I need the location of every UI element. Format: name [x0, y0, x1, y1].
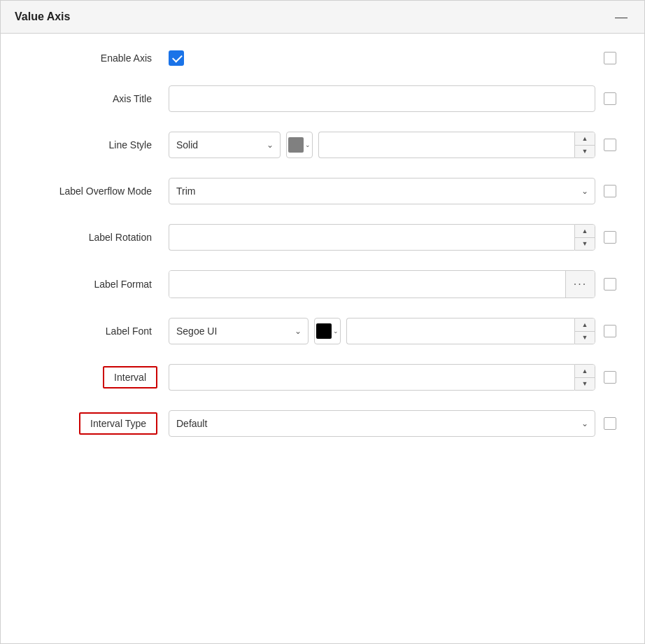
enable-axis-row: Enable Axis [29, 50, 616, 66]
interval-type-row: Interval Type Default Number Auto ⌄ [29, 410, 616, 437]
label-overflow-row: Label Overflow Mode Trim None Wrap ⌄ [29, 178, 616, 204]
label-font-select[interactable]: Segoe UI Arial Times New Roman Calibri [169, 318, 309, 344]
axis-title-input[interactable] [169, 85, 595, 112]
interval-label-container: Interval [29, 366, 169, 388]
axis-title-row-checkbox[interactable] [604, 92, 616, 105]
label-font-select-wrap: Segoe UI Arial Times New Roman Calibri ⌄ [169, 318, 309, 344]
interval-label: Interval [103, 366, 157, 388]
line-thickness-up-button[interactable]: ▲ [575, 132, 595, 146]
line-style-label: Line Style [29, 139, 169, 150]
label-rotation-down-button[interactable]: ▼ [575, 238, 595, 251]
label-rotation-input[interactable]: 0 [169, 224, 574, 251]
interval-type-label: Interval Type [79, 412, 157, 435]
label-font-size-spinner: ▲ ▼ [574, 318, 595, 344]
label-rotation-spinner: ▲ ▼ [574, 224, 595, 251]
minimize-button[interactable]: — [612, 10, 630, 23]
interval-spinner: ▲ ▼ [574, 364, 595, 391]
label-format-input[interactable] [169, 271, 565, 298]
line-thickness-input[interactable]: 1.333 [318, 132, 574, 158]
line-style-row: Line Style Solid Dashed Dotted ⌄ ⌄ 1.333… [29, 132, 616, 158]
line-style-row-checkbox[interactable] [604, 139, 616, 151]
label-format-row: Label Format ··· [29, 270, 616, 298]
label-rotation-label: Label Rotation [29, 232, 169, 243]
label-overflow-label: Label Overflow Mode [29, 186, 169, 197]
label-font-size-input[interactable]: 10.667 [346, 318, 574, 344]
interval-field-wrap: 0 ▲ ▼ [169, 364, 595, 391]
interval-down-button[interactable]: ▼ [575, 378, 595, 391]
label-font-color-swatch[interactable]: ⌄ [314, 318, 341, 344]
label-font-row-checkbox[interactable] [604, 325, 616, 337]
label-font-size-down-button[interactable]: ▼ [575, 332, 595, 344]
panel-title: Value Axis [15, 10, 70, 23]
label-format-label: Label Format [29, 279, 169, 290]
label-font-label: Label Font [29, 326, 169, 337]
label-rotation-row: Label Rotation 0 ▲ ▼ [29, 224, 616, 251]
label-format-ellipsis-button[interactable]: ··· [565, 271, 595, 298]
label-rotation-row-checkbox[interactable] [604, 231, 616, 244]
interval-type-row-checkbox[interactable] [604, 417, 616, 430]
line-color-swatch[interactable]: ⌄ [286, 132, 313, 158]
line-color-chevron-icon: ⌄ [305, 141, 311, 148]
label-font-size-up-button[interactable]: ▲ [575, 318, 595, 332]
label-rotation-up-button[interactable]: ▲ [575, 225, 595, 238]
line-style-select-wrap: Solid Dashed Dotted ⌄ [169, 132, 281, 158]
label-format-wrap: ··· [169, 270, 595, 298]
line-thickness-wrap: 1.333 ▲ ▼ [318, 132, 595, 158]
interval-row-checkbox[interactable] [604, 371, 616, 384]
interval-type-select-wrap: Default Number Auto ⌄ [169, 410, 595, 437]
value-axis-panel: Value Axis — Enable Axis Axis Title Line… [0, 0, 645, 644]
label-format-row-checkbox[interactable] [604, 278, 616, 290]
interval-type-select[interactable]: Default Number Auto [169, 410, 595, 437]
label-rotation-wrap: 0 ▲ ▼ [169, 224, 595, 251]
label-overflow-select-wrap: Trim None Wrap ⌄ [169, 178, 595, 204]
enable-axis-label: Enable Axis [29, 52, 169, 64]
label-font-color-rect [316, 323, 332, 339]
axis-title-label: Axis Title [29, 93, 169, 104]
interval-up-button[interactable]: ▲ [575, 365, 595, 378]
enable-axis-checkbox[interactable] [169, 50, 184, 66]
line-color-rect [288, 137, 304, 153]
label-font-color-chevron-icon: ⌄ [333, 328, 339, 335]
axis-title-row: Axis Title [29, 85, 616, 112]
label-font-size-wrap: 10.667 ▲ ▼ [346, 318, 595, 344]
panel-header: Value Axis — [1, 1, 644, 34]
label-overflow-select[interactable]: Trim None Wrap [169, 178, 595, 204]
panel-body: Enable Axis Axis Title Line Style Solid … [1, 34, 644, 477]
interval-input[interactable]: 0 [169, 364, 574, 391]
interval-type-label-container: Interval Type [29, 412, 169, 435]
label-overflow-row-checkbox[interactable] [604, 185, 616, 197]
line-style-select[interactable]: Solid Dashed Dotted [169, 132, 281, 158]
label-font-row: Label Font Segoe UI Arial Times New Roma… [29, 318, 616, 344]
enable-axis-row-checkbox[interactable] [604, 52, 616, 64]
line-thickness-spinner: ▲ ▼ [574, 132, 595, 158]
line-thickness-down-button[interactable]: ▼ [575, 146, 595, 158]
interval-row: Interval 0 ▲ ▼ [29, 364, 616, 391]
